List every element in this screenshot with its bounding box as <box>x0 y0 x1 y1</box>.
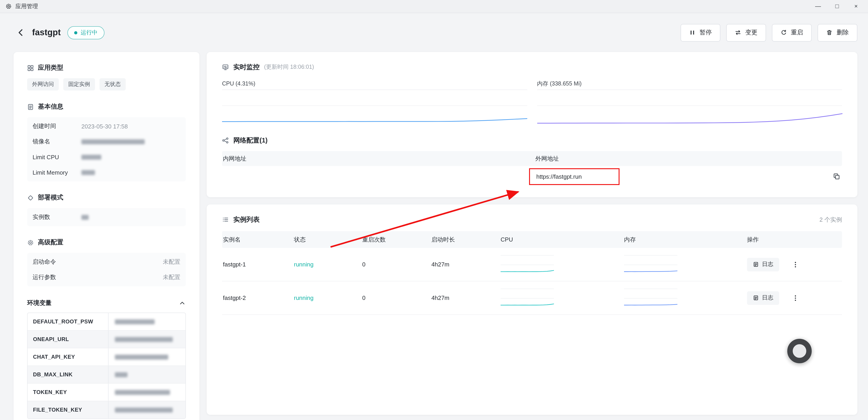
info-label: 启动命令 <box>33 258 82 266</box>
instance-list-panel: 实例列表 2 个实例 实例名 状态 重启次数 启动时长 CPU 内存 操作 fa… <box>207 205 857 415</box>
deploy-icon <box>27 194 34 201</box>
window-title: 应用管理 <box>16 2 38 10</box>
info-row: 运行参数 未配置 <box>33 270 180 285</box>
network-config-section: 网络配置(1) 内网地址 外网地址 https://fastg <box>222 136 842 187</box>
redacted-value <box>115 319 155 324</box>
pause-button[interactable]: 暂停 <box>681 24 720 41</box>
env-var-key: DEFAULT_ROOT_PSW <box>28 313 108 330</box>
monitor-section-header: 实时监控 (更新时间 18:06:01) <box>222 63 842 71</box>
instance-name: fastgpt-1 <box>222 261 293 268</box>
monitor-updated-time: (更新时间 18:06:01) <box>264 63 314 71</box>
column-external-address: 外网地址 <box>534 154 824 162</box>
memory-chart-label: 内存 (338.655 Mi) <box>537 78 842 90</box>
redacted-value <box>115 390 170 395</box>
basic-info-list: 创建时间 2023-05-30 17:58 镜像名 Limit CPU Limi… <box>27 117 186 181</box>
info-row: Limit CPU <box>33 149 180 164</box>
instance-name: fastgpt-2 <box>222 295 293 301</box>
section-advanced-config: 高级配置 <box>27 238 186 246</box>
column-memory: 内存 <box>623 235 746 244</box>
minimize-button[interactable]: — <box>809 0 828 13</box>
instance-uptime: 4h27m <box>431 295 500 301</box>
instance-restarts: 0 <box>361 295 431 301</box>
cpu-chart-label: CPU (4.31%) <box>222 78 527 90</box>
status-badge: 运行中 <box>68 26 104 39</box>
advanced-config-list: 启动命令 未配置 运行参数 未配置 <box>27 253 186 286</box>
chevron-up-icon[interactable] <box>179 299 186 307</box>
app-info-sidebar: 应用类型 外网访问 固定实例 无状态 基本信息 创建时间 2023-05-30 … <box>13 52 199 420</box>
redacted-value <box>115 337 173 342</box>
memory-chart-box: 内存 (338.655 Mi) <box>537 78 842 125</box>
column-internal-address: 内网地址 <box>222 154 534 162</box>
column-actions: 操作 <box>746 235 842 244</box>
network-table-header: 内网地址 外网地址 <box>222 151 842 166</box>
app-logo-gear-icon <box>5 3 12 9</box>
env-var-row: DB_MAX_LINK <box>28 365 185 383</box>
env-var-key: ONEAPI_URL <box>28 331 108 348</box>
pause-icon <box>689 29 695 36</box>
delete-button[interactable]: 删除 <box>817 24 857 41</box>
app-window: 应用管理 — □ × fastgpt 运行中 暂停 <box>0 0 868 420</box>
redacted-value <box>82 170 95 175</box>
section-deploy-mode: 部署模式 <box>27 193 186 202</box>
memory-chart-line <box>537 90 842 125</box>
env-var-key: DB_MAX_LINK <box>28 366 108 383</box>
log-icon <box>753 262 759 267</box>
info-row: Limit Memory <box>33 164 180 180</box>
change-button[interactable]: 变更 <box>726 24 766 41</box>
deploy-info-list: 实例数 <box>27 208 186 226</box>
instance-table-header: 实例名 状态 重启次数 启动时长 CPU 内存 操作 <box>222 231 842 248</box>
column-restarts: 重启次数 <box>361 235 431 244</box>
env-var-key: FILE_TOKEN_KEY <box>28 401 108 418</box>
cpu-sparkline-line <box>501 289 554 307</box>
restart-button[interactable]: 重启 <box>772 24 812 41</box>
instance-memory-sparkline <box>624 289 677 307</box>
env-var-key: TOKEN_KEY <box>28 384 108 401</box>
memory-sparkline-line <box>624 289 677 307</box>
info-row: 镜像名 <box>33 134 180 149</box>
status-label: 运行中 <box>81 29 98 36</box>
info-row: 启动命令 未配置 <box>33 254 180 270</box>
delete-button-label: 删除 <box>837 29 849 37</box>
back-button[interactable] <box>16 28 25 37</box>
cpu-sparkline-line <box>501 256 554 274</box>
more-options-icon[interactable] <box>792 294 799 301</box>
network-table-row: https://fastgpt.run <box>222 166 842 187</box>
instance-row: fastgpt-1 running 0 4h27m 日志 <box>222 248 842 281</box>
info-row: 实例数 <box>33 209 180 225</box>
log-button[interactable]: 日志 <box>747 258 779 271</box>
log-button-label: 日志 <box>762 261 773 268</box>
network-icon <box>222 137 229 144</box>
log-button[interactable]: 日志 <box>747 291 779 305</box>
maximize-button[interactable]: □ <box>828 0 846 13</box>
app-type-tag: 外网访问 <box>27 78 59 90</box>
column-status: 状态 <box>293 235 361 244</box>
status-dot-icon <box>74 31 78 34</box>
change-button-label: 变更 <box>745 29 757 37</box>
env-vars-header: 环境变量 <box>27 299 186 307</box>
network-table: 内网地址 外网地址 https://fastgpt.run <box>222 151 842 187</box>
section-app-type: 应用类型 <box>27 64 186 72</box>
redacted-value <box>115 372 127 377</box>
copy-icon[interactable] <box>833 173 840 180</box>
network-title: 网络配置(1) <box>233 136 268 145</box>
external-url-link[interactable]: https://fastgpt.run <box>536 173 582 180</box>
change-arrows-icon <box>735 29 741 36</box>
instance-cpu-sparkline <box>501 289 554 307</box>
more-options-icon[interactable] <box>792 261 799 268</box>
info-label: Limit CPU <box>33 154 82 160</box>
instance-row: fastgpt-2 running 0 4h27m 日志 <box>222 281 842 315</box>
info-label: Limit Memory <box>33 169 82 176</box>
memory-chart <box>537 90 842 125</box>
log-icon <box>753 295 759 301</box>
cpu-chart-box: CPU (4.31%) <box>222 78 527 125</box>
instance-status: running <box>293 261 361 268</box>
close-button[interactable]: × <box>846 0 866 13</box>
restart-button-label: 重启 <box>791 29 803 37</box>
section-title: 应用类型 <box>38 64 63 72</box>
column-instance-name: 实例名 <box>222 235 293 244</box>
monitor-network-panel: 实时监控 (更新时间 18:06:01) CPU (4.31%) 内存 (338… <box>207 52 857 197</box>
created-time-value: 2023-05-30 17:58 <box>82 123 128 129</box>
not-configured-value: 未配置 <box>163 273 180 281</box>
monitor-title: 实时监控 <box>233 63 259 71</box>
info-label: 创建时间 <box>33 122 82 130</box>
